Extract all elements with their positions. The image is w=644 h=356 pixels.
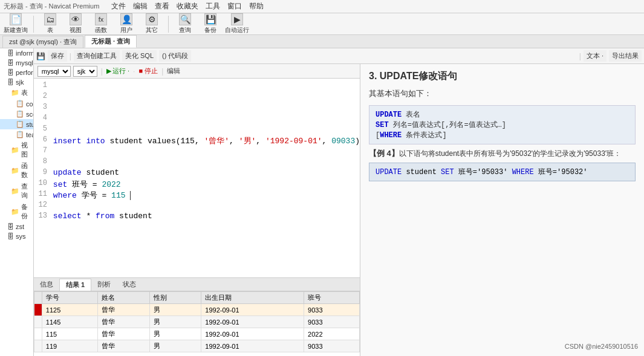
sidebar-item-tables[interactable]: 📁 表	[0, 87, 33, 99]
cell-xuehao-2: 1145	[42, 316, 97, 328]
sidebar-item-student[interactable]: 📋 student	[0, 119, 33, 129]
cell-xuehao: 1125	[42, 304, 97, 316]
doc-example-code: UPDATE student SET 班号='95033' WHERE 班号='…	[369, 163, 636, 181]
cell-xingbie-4: 男	[149, 340, 201, 352]
menu-file[interactable]: 文件	[111, 1, 126, 11]
cell-xingming-3: 曾华	[97, 328, 149, 340]
menu-edit[interactable]: 编辑	[133, 1, 148, 11]
code-line-2: 2	[34, 92, 360, 103]
doc-syntax: UPDATE 表名 SET 列名=值表达式[,列名=值表达式…] [WHERE …	[369, 105, 636, 144]
menu-tools[interactable]: 工具	[206, 1, 220, 11]
sidebar-item-teacher[interactable]: 📋 teacher	[0, 129, 33, 140]
sidebar-item-score[interactable]: 📋 score	[0, 109, 33, 119]
other-button[interactable]: ⚙ 其它	[141, 13, 163, 34]
query-creator-button[interactable]: 查询创建工具	[74, 50, 120, 62]
sidebar-item-mysql[interactable]: 🗄 mysql	[0, 58, 33, 68]
folder-icon: 📁	[11, 89, 19, 97]
menu-help[interactable]: 帮助	[249, 1, 264, 11]
result-tab-bar: 信息 结果 1 剖析 状态	[34, 278, 360, 291]
stop-button[interactable]: ■ 停止	[138, 66, 158, 76]
save-button[interactable]: 保存	[48, 50, 67, 62]
export-results-button[interactable]: 导出结果	[609, 50, 642, 62]
user-icon: 👤	[120, 13, 132, 25]
code-editor[interactable]: 1 2 3 4	[34, 79, 360, 277]
db-select-1[interactable]: mysql	[37, 66, 71, 77]
app-title: 无标题 - 查询 - Navicat Premium	[4, 2, 99, 11]
view-button[interactable]: 👁 视图	[65, 13, 86, 34]
table-button[interactable]: 🗂 表	[39, 13, 61, 34]
autorun-icon: ▶	[231, 13, 243, 25]
sidebar: 🗄 information_schema 🗄 mysql 🗄 performan…	[0, 48, 34, 356]
menu-window[interactable]: 窗口	[227, 1, 242, 11]
backup-button[interactable]: 💾 备份	[200, 13, 221, 34]
backup-icon: 💾	[204, 13, 216, 25]
query-icon: 🔍	[179, 13, 191, 25]
sidebar-item-backup[interactable]: 📁 备份	[0, 201, 33, 222]
cell-birthdate-4: 1992-09-01	[201, 340, 304, 352]
result-tab-profile[interactable]: 剖析	[91, 279, 117, 290]
col-banhao: 班号	[304, 292, 360, 304]
sidebar-item-sys[interactable]: 🗄 sys	[0, 231, 33, 241]
table-icon-course: 📋	[16, 100, 24, 108]
db-icon-perf: 🗄	[7, 69, 14, 76]
query-folder-icon: 📁	[11, 187, 19, 195]
function-button[interactable]: fx 函数	[90, 13, 112, 34]
cell-xingming: 曾华	[97, 304, 149, 316]
cell-xingbie-3: 男	[149, 328, 201, 340]
run-button[interactable]: ▶ 运行 ·	[106, 66, 129, 76]
cell-birthdate: 1992-09-01	[201, 304, 304, 316]
result-table[interactable]: 学号 姓名 性别 出生日期 班号	[34, 291, 360, 356]
sidebar-item-course[interactable]: 📋 course	[0, 99, 33, 109]
beautify-sql-button[interactable]: 美化 SQL	[122, 50, 157, 62]
sidebar-item-information-schema[interactable]: 🗄 information_schema	[0, 48, 33, 58]
func-folder-icon: 📁	[11, 167, 19, 175]
result-tab-result1[interactable]: 结果 1	[59, 279, 91, 291]
toolbar-separator	[33, 16, 34, 33]
cell-xingming-2: 曾华	[97, 316, 149, 328]
code-line-3: 3	[34, 103, 360, 114]
tab-zst-query[interactable]: zst @sjk (mysql) · 查询	[2, 36, 83, 48]
code-line-1: 1	[34, 81, 360, 92]
code-segment-button[interactable]: () 代码段	[159, 50, 191, 62]
user-button[interactable]: 👤 用户	[115, 13, 137, 34]
db-select-2[interactable]: sjk	[73, 66, 97, 77]
autorun-button[interactable]: ▶ 自动运行	[225, 13, 249, 34]
col-birthdate: 出生日期	[201, 292, 304, 304]
sidebar-item-performance-schema[interactable]: 🗄 performance_schema	[0, 68, 33, 77]
table-row[interactable]: 115 曾华 男 1992-09-01 2022	[34, 328, 359, 340]
code-line-9: 9 update student	[34, 168, 360, 179]
run-icon: ▶	[106, 67, 111, 75]
col-xingbie: 性别	[149, 292, 201, 304]
table-row[interactable]: 119 曾华 男 1992-09-01 9033	[34, 340, 359, 352]
code-toolbar: mysql sjk | ▶ 运行 · · ■ 停止	[34, 64, 360, 79]
sidebar-item-zst[interactable]: 🗄 zst	[0, 222, 33, 231]
sidebar-item-functions[interactable]: 📁 函数	[0, 160, 33, 181]
cell-xingbie: 男	[149, 304, 201, 316]
text-button[interactable]: 文本 ·	[584, 50, 607, 62]
query-button[interactable]: 🔍 查询	[174, 13, 196, 34]
toolbar-separator-2	[168, 16, 169, 33]
table-row[interactable]: 1145 曾华 男 1992-09-01 9033	[34, 316, 359, 328]
cell-banhao-3: 2022	[304, 328, 360, 340]
result-tab-status[interactable]: 状态	[117, 279, 142, 290]
code-line-5: 5	[34, 125, 360, 135]
sidebar-item-views[interactable]: 📁 视图	[0, 140, 33, 160]
table-row[interactable]: 1125 曾华 男 1992-09-01 9033	[34, 304, 359, 316]
db-icon-sjk: 🗄	[7, 79, 14, 86]
doc-title: 3. UPDATE修改语句	[369, 70, 636, 83]
sidebar-item-queries[interactable]: 📁 查询	[0, 181, 33, 201]
cell-banhao-4: 9033	[304, 340, 360, 352]
result-area: 信息 结果 1 剖析 状态 学号 姓名	[34, 277, 360, 356]
new-query-button[interactable]: 📄 新建查询	[4, 13, 28, 34]
code-line-12: 12	[34, 201, 360, 212]
menu-favorites[interactable]: 收藏夹	[177, 1, 198, 11]
sidebar-item-sjk[interactable]: 🗄 sjk	[0, 77, 33, 87]
tab-untitled-query[interactable]: 无标题 · 查询	[85, 35, 137, 48]
edit-button[interactable]: 编辑	[167, 66, 180, 76]
menu-view[interactable]: 查看	[155, 1, 169, 11]
code-line-8: 8	[34, 157, 360, 168]
doc-example-intro: 【例 4】以下语句将student表中所有班号为'95032'的学生记录改为'9…	[369, 148, 636, 159]
code-line-13: 13 select * from student	[34, 212, 360, 222]
doc-panel: 3. UPDATE修改语句 其基本语句如下： UPDATE 表名 SET 列名=…	[360, 64, 644, 356]
result-tab-info[interactable]: 信息	[34, 279, 59, 290]
